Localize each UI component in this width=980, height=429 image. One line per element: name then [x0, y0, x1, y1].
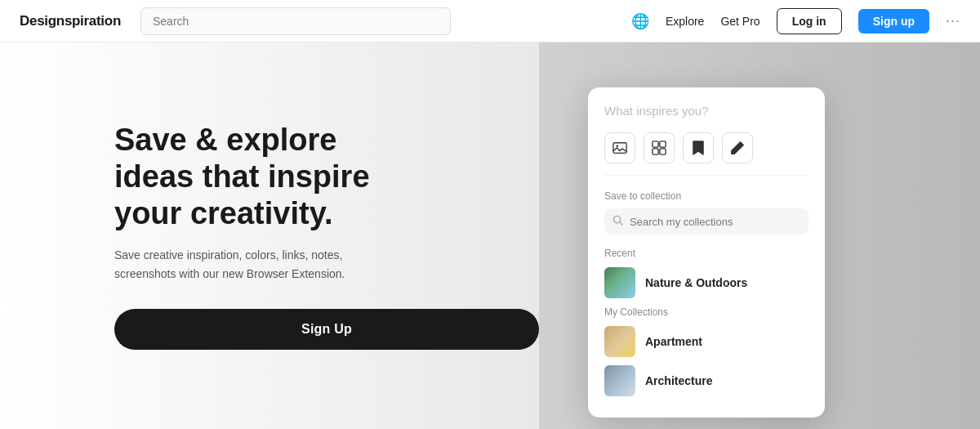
nature-collection-name: Nature & Outdoors	[645, 276, 747, 289]
save-collection-label: Save to collection	[604, 190, 808, 202]
hero-signup-button[interactable]: Sign Up	[114, 309, 539, 350]
collage-icon-button[interactable]	[644, 132, 675, 163]
apartment-collection-name: Apartment	[645, 335, 702, 348]
svg-rect-0	[613, 143, 626, 154]
list-item[interactable]: Apartment	[604, 326, 808, 357]
pen-icon-button[interactable]	[722, 132, 753, 163]
svg-rect-5	[660, 149, 666, 154]
image-icon-button[interactable]	[604, 132, 635, 163]
header-right: 🌐 Explore Get Pro Log in Sign up ···	[631, 8, 960, 34]
architecture-collection-name: Architecture	[645, 374, 712, 387]
svg-rect-3	[660, 141, 666, 147]
bookmark-icon-button[interactable]	[683, 132, 714, 163]
signup-button[interactable]: Sign up	[858, 9, 929, 34]
globe-icon[interactable]: 🌐	[631, 12, 649, 30]
login-button[interactable]: Log in	[777, 8, 842, 34]
hero-heading: Save & explore ideas that inspire your c…	[114, 122, 425, 231]
logo: Designspiration	[20, 13, 121, 29]
right-panel: What inspires you?	[539, 42, 980, 429]
search-input[interactable]	[140, 7, 451, 35]
svg-rect-4	[653, 149, 658, 154]
recent-label: Recent	[604, 248, 808, 259]
what-inspires-text: What inspires you?	[604, 104, 808, 118]
explore-link[interactable]: Explore	[666, 15, 704, 28]
svg-point-1	[617, 145, 619, 147]
more-icon[interactable]: ···	[946, 12, 960, 29]
main-content: Save & explore ideas that inspire your c…	[0, 42, 980, 429]
search-bar[interactable]	[140, 7, 451, 35]
architecture-thumb	[604, 365, 635, 396]
popup-icons-row	[604, 132, 808, 176]
my-collections-label: My Collections	[604, 306, 808, 318]
left-panel: Save & explore ideas that inspire your c…	[0, 42, 539, 429]
apartment-thumb	[604, 326, 635, 357]
collection-search-input[interactable]	[630, 216, 800, 228]
svg-rect-2	[653, 141, 658, 147]
collection-search-row[interactable]	[604, 208, 808, 235]
nature-thumb	[604, 267, 635, 298]
get-pro-link[interactable]: Get Pro	[720, 15, 760, 28]
header: Designspiration 🌐 Explore Get Pro Log in…	[0, 0, 980, 42]
collection-search-icon	[612, 215, 623, 228]
svg-line-7	[620, 222, 622, 225]
list-item[interactable]: Architecture	[604, 365, 808, 396]
list-item[interactable]: Nature & Outdoors	[604, 267, 808, 298]
popup-card: What inspires you?	[588, 87, 825, 418]
hero-subtext: Save creative inspiration, colors, links…	[114, 246, 376, 283]
